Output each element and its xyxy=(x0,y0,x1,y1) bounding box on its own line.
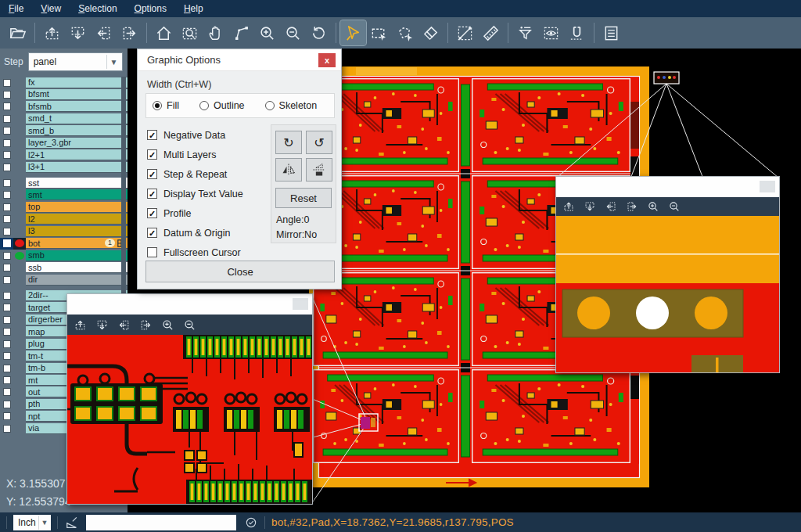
layer-name[interactable]: l3 xyxy=(26,226,128,237)
layer-color-indicator[interactable] xyxy=(13,125,26,137)
checkbox-step-repeat[interactable]: ✓Step & Repeat xyxy=(147,164,243,184)
layer-row-smb[interactable]: smb xyxy=(0,250,128,261)
move-left-icon[interactable] xyxy=(605,200,617,213)
layer-name[interactable]: fx xyxy=(26,77,128,88)
layer-checkbox[interactable] xyxy=(3,215,11,223)
menu-options[interactable]: Options xyxy=(126,1,175,16)
measure-diagonal-button[interactable] xyxy=(452,20,478,45)
radio-skeleton[interactable]: Skeleton xyxy=(265,100,318,111)
layer-row-smt[interactable]: smt xyxy=(0,189,128,201)
reset-button[interactable]: Reset xyxy=(275,188,332,208)
radio-fill[interactable]: Fill xyxy=(153,100,179,111)
move-right-icon[interactable] xyxy=(626,200,638,213)
layer-name[interactable]: dir xyxy=(26,275,128,286)
layer-color-indicator[interactable] xyxy=(13,314,26,325)
apply-icon[interactable] xyxy=(244,516,258,530)
open-file-button[interactable] xyxy=(5,20,31,45)
pan-button[interactable] xyxy=(203,20,228,45)
layer-color-indicator[interactable] xyxy=(13,88,26,100)
dialog-titlebar[interactable]: Graphic Options x xyxy=(138,49,341,71)
move-left-button[interactable] xyxy=(91,20,117,45)
layer-color-indicator[interactable] xyxy=(13,113,26,124)
layer-checkbox[interactable] xyxy=(3,352,11,360)
rectangle-select-button[interactable] xyxy=(366,20,392,45)
layer-color-indicator[interactable] xyxy=(13,77,26,88)
layer-name[interactable]: bfsmt xyxy=(26,89,128,100)
layer-row-sst[interactable]: sst xyxy=(0,178,128,189)
layer-color-indicator[interactable] xyxy=(13,386,26,398)
layer-list-button[interactable] xyxy=(598,20,624,45)
layer-color-indicator[interactable] xyxy=(13,375,26,386)
layer-checkbox[interactable] xyxy=(3,304,11,311)
layer-color-indicator[interactable] xyxy=(13,274,26,286)
layer-color-indicator[interactable] xyxy=(13,178,26,189)
radio-outline[interactable]: Outline xyxy=(199,100,245,111)
zoom-window-button[interactable] xyxy=(177,20,203,45)
zoom-in-icon[interactable] xyxy=(161,318,174,332)
layer-name[interactable]: layer_3.gbr xyxy=(26,138,128,149)
layer-checkbox[interactable] xyxy=(3,264,11,271)
layer-row-bot[interactable]: bot1 xyxy=(0,238,128,250)
checkbox-datum-origin[interactable]: ✓Datum & Origin xyxy=(147,223,243,243)
zoom-previous-button[interactable] xyxy=(306,20,332,45)
layer-row-ssb[interactable]: ssb xyxy=(0,262,128,274)
layer-checkbox[interactable] xyxy=(3,191,11,199)
view-options-button[interactable] xyxy=(538,20,564,45)
layer-checkbox[interactable] xyxy=(3,316,11,324)
zoom-popup-left[interactable] xyxy=(66,293,313,505)
zoom-out-button[interactable] xyxy=(280,20,306,45)
layer-checkbox[interactable] xyxy=(3,401,11,408)
layer-color-indicator[interactable] xyxy=(13,326,26,338)
layer-row-l2[interactable]: l2 xyxy=(0,214,128,225)
layer-checkbox[interactable] xyxy=(3,102,11,110)
layer-checkbox[interactable] xyxy=(3,376,11,384)
zoom-in-icon[interactable] xyxy=(647,200,659,213)
checkbox-display-text-value[interactable]: ✓Display Text Value xyxy=(147,184,243,203)
move-down-icon[interactable] xyxy=(95,318,109,332)
layer-color-indicator[interactable] xyxy=(13,422,26,434)
layer-name[interactable]: smd_b xyxy=(26,125,128,136)
layer-checkbox[interactable] xyxy=(3,79,11,87)
layer-name[interactable]: smt xyxy=(26,189,128,200)
zoom-out-icon[interactable] xyxy=(668,200,681,213)
menu-file[interactable]: File xyxy=(0,1,32,16)
layer-color-indicator[interactable] xyxy=(13,338,26,350)
move-right-icon[interactable] xyxy=(139,318,153,332)
window-button[interactable] xyxy=(293,298,308,310)
close-button[interactable]: Close xyxy=(145,261,335,282)
layer-name[interactable]: smd_t xyxy=(26,113,128,124)
layer-color-indicator[interactable] xyxy=(13,189,26,201)
layer-color-indicator[interactable] xyxy=(13,250,26,261)
layer-checkbox[interactable] xyxy=(3,328,11,336)
rotate-cw-button[interactable]: ↻ xyxy=(275,131,302,154)
layer-name[interactable]: ssb xyxy=(26,262,128,273)
rotate-ccw-button[interactable]: ↺ xyxy=(306,131,332,154)
layer-row-bfsmt[interactable]: bfsmt xyxy=(0,88,128,100)
menu-view[interactable]: View xyxy=(32,1,70,16)
zoom-in-button[interactable] xyxy=(254,20,280,45)
mirror-vertical-button[interactable] xyxy=(306,158,332,182)
move-down-icon[interactable] xyxy=(584,200,596,213)
layer-checkbox[interactable] xyxy=(3,239,11,247)
measure-path-button[interactable] xyxy=(228,20,254,45)
layer-checkbox[interactable] xyxy=(3,276,11,284)
layer-checkbox[interactable] xyxy=(3,115,11,123)
zoom-popup-right[interactable] xyxy=(555,176,780,373)
zoom-popup-left-view[interactable] xyxy=(67,335,312,504)
command-input[interactable] xyxy=(86,515,236,530)
layer-checkbox[interactable] xyxy=(3,91,11,99)
menu-help[interactable]: Help xyxy=(175,1,212,16)
layer-row-dir[interactable]: dir xyxy=(0,274,128,286)
clean-button[interactable] xyxy=(418,20,444,45)
layer-name[interactable]: l3+1 xyxy=(26,162,128,173)
zoom-popup-right-view[interactable] xyxy=(556,216,779,372)
layer-row-bfsmb[interactable]: bfsmb xyxy=(0,101,128,113)
layer-color-indicator[interactable] xyxy=(13,214,26,225)
layer-row-smd_t[interactable]: smd_t xyxy=(0,113,128,124)
layer-checkbox[interactable] xyxy=(3,412,11,420)
graphic-options-dialog[interactable]: Graphic Options x Width (Ctrl+W) FillOut… xyxy=(137,49,342,289)
layer-color-indicator[interactable] xyxy=(13,238,26,250)
layer-checkbox[interactable] xyxy=(3,127,11,135)
layer-color-indicator[interactable] xyxy=(13,262,26,274)
checkbox-negative-data[interactable]: ✓Negative Data xyxy=(147,125,243,145)
